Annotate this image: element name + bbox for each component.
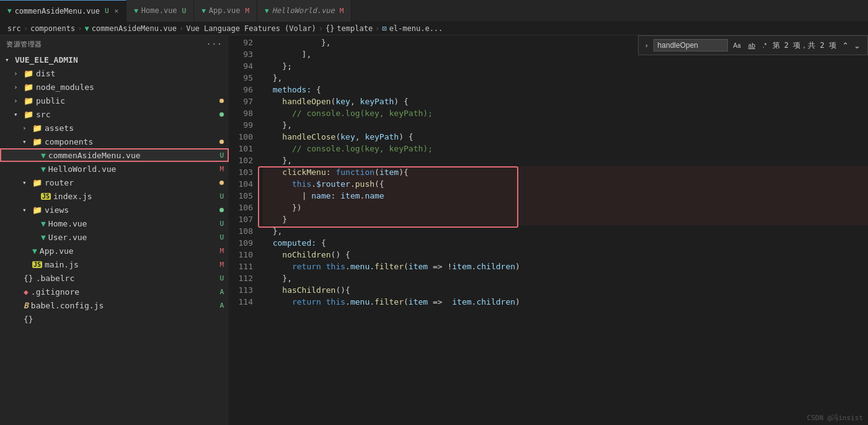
sidebar-item-label: .babelrc bbox=[36, 274, 229, 283]
watermark: CSDN @冯insist bbox=[807, 413, 863, 423]
tag-icon: ⊡ bbox=[382, 24, 386, 33]
vue-icon: ▼ bbox=[202, 7, 206, 15]
sidebar-item-helloworld[interactable]: ▼ HelloWorld.vue M bbox=[0, 162, 229, 176]
tab-App[interactable]: ▼ App.vue M bbox=[194, 0, 257, 22]
breadcrumb-components: components bbox=[30, 24, 75, 33]
close-icon[interactable]: ✕ bbox=[115, 7, 119, 15]
sidebar-item-extra[interactable]: {} bbox=[0, 312, 229, 326]
status-badge: A bbox=[219, 288, 224, 296]
status-badge: U bbox=[219, 233, 224, 241]
breadcrumb-volar: Vue Language Features (Volar) bbox=[186, 24, 316, 33]
sidebar-item-root[interactable]: ▾ VUE_ELE_ADMIN bbox=[0, 53, 229, 66]
folder-icon: 📁 bbox=[32, 123, 42, 133]
sidebar-item-label: main.js bbox=[45, 260, 229, 269]
sidebar-item-index-js[interactable]: JS index.js U bbox=[0, 189, 229, 203]
folder-icon: 📁 bbox=[24, 83, 33, 92]
find-next-button[interactable]: ⌄ bbox=[852, 41, 862, 50]
folder-icon: 📁 bbox=[24, 69, 33, 78]
status-badge bbox=[219, 181, 224, 185]
sidebar-item-label: index.js bbox=[53, 192, 229, 201]
line-numbers: 9293949596979899100101102103104105106107… bbox=[229, 35, 260, 425]
breadcrumb-file: commenAsideMenu.vue bbox=[92, 24, 177, 33]
tab-HelloWorld[interactable]: ▼ HelloWorld.vue M bbox=[257, 0, 352, 22]
extra-icon: {} bbox=[24, 315, 33, 324]
sidebar-item-label: components bbox=[45, 137, 229, 146]
whole-word-button[interactable]: ab bbox=[746, 42, 757, 50]
folder-icon: 📁 bbox=[32, 137, 42, 146]
chevron-right-icon: › bbox=[14, 97, 24, 105]
editor: › Aa ab .* 第 2 项，共 2 项 ⌃ ⌄ 9293949596979… bbox=[229, 35, 868, 425]
folder-icon: 📁 bbox=[24, 110, 33, 119]
sidebar-title: 资源管理器 bbox=[6, 40, 42, 49]
find-input[interactable] bbox=[653, 39, 728, 51]
sidebar-more-button[interactable]: ··· bbox=[206, 39, 223, 49]
tab-badge-m: M bbox=[245, 7, 249, 15]
sidebar-item-babel-config[interactable]: B babel.config.js A bbox=[0, 298, 229, 312]
status-badge: M bbox=[219, 165, 224, 173]
breadcrumb-template: template bbox=[337, 24, 373, 33]
find-expand-button[interactable]: › bbox=[644, 41, 650, 50]
find-navigation: ⌃ ⌄ bbox=[840, 41, 862, 50]
sidebar-item-babelrc[interactable]: {} .babelrc U bbox=[0, 271, 229, 285]
babel-icon: B bbox=[24, 301, 29, 310]
sidebar-item-label: dist bbox=[36, 69, 229, 78]
babelrc-icon: {} bbox=[24, 274, 33, 283]
status-badge: U bbox=[219, 220, 224, 228]
breadcrumb: src › components › ▼ commenAsideMenu.vue… bbox=[0, 22, 868, 35]
sidebar-item-public[interactable]: › 📁 public bbox=[0, 94, 229, 107]
sidebar-item-node-modules[interactable]: › 📁 node_modules bbox=[0, 80, 229, 94]
status-badge: U bbox=[219, 274, 224, 282]
chevron-right-icon: › bbox=[14, 69, 24, 78]
tab-badge-u: U bbox=[182, 7, 187, 15]
sidebar-item-main-js[interactable]: JS main.js M bbox=[0, 257, 229, 271]
root-label: VUE_ELE_ADMIN bbox=[15, 55, 78, 65]
sidebar-item-commenAside[interactable]: ▼ commenAsideMenu.vue U bbox=[0, 148, 229, 162]
sidebar-item-gitignore[interactable]: ◆ .gitignore A bbox=[0, 285, 229, 298]
sidebar-item-label: src bbox=[36, 110, 229, 119]
chevron-down-icon: ▾ bbox=[22, 138, 32, 146]
gitignore-icon: ◆ bbox=[24, 287, 29, 297]
chevron-down-icon: ▾ bbox=[22, 206, 32, 214]
sidebar-item-label: babel.config.js bbox=[31, 301, 229, 310]
folder-icon: 📁 bbox=[24, 96, 33, 105]
status-badge bbox=[219, 208, 224, 212]
status-badge: M bbox=[219, 247, 224, 255]
tab-label: Home.vue bbox=[141, 6, 177, 15]
vue-icon: ▼ bbox=[41, 151, 46, 160]
tab-label: commenAsideMenu.vue bbox=[15, 7, 100, 16]
status-badge: M bbox=[219, 261, 224, 269]
chevron-right-icon: › bbox=[14, 83, 24, 91]
sidebar-item-label: Home.vue bbox=[48, 219, 229, 228]
status-badge bbox=[219, 140, 224, 144]
find-prev-button[interactable]: ⌃ bbox=[840, 41, 851, 50]
sidebar-item-dist[interactable]: › 📁 dist bbox=[0, 66, 229, 80]
sidebar: 资源管理器 ··· ▾ VUE_ELE_ADMIN › 📁 dist › 📁 n… bbox=[0, 35, 229, 425]
sidebar-item-src[interactable]: ▾ 📁 src bbox=[0, 107, 229, 121]
sidebar-item-home-vue[interactable]: ▼ Home.vue U bbox=[0, 217, 229, 230]
tab-commenAsideMenu[interactable]: ▼ commenAsideMenu.vue U ✕ bbox=[0, 0, 126, 22]
vue-icon: ▼ bbox=[41, 219, 46, 228]
sidebar-item-components[interactable]: ▾ 📁 components bbox=[0, 135, 229, 148]
sidebar-item-user-vue[interactable]: ▼ User.vue U bbox=[0, 230, 229, 244]
sidebar-item-assets[interactable]: › 📁 assets bbox=[0, 121, 229, 135]
status-badge bbox=[219, 99, 224, 103]
sidebar-item-label: node_modules bbox=[36, 83, 229, 92]
tab-badge-u: U bbox=[105, 7, 109, 15]
sidebar-item-label: router bbox=[45, 178, 229, 187]
main-content: 资源管理器 ··· ▾ VUE_ELE_ADMIN › 📁 dist › 📁 n… bbox=[0, 35, 868, 425]
sidebar-item-label: assets bbox=[45, 123, 229, 133]
sidebar-item-views[interactable]: ▾ 📁 views bbox=[0, 203, 229, 217]
chevron-down-icon: ▾ bbox=[22, 179, 32, 187]
sidebar-item-label: User.vue bbox=[48, 233, 229, 242]
js-icon: JS bbox=[32, 261, 42, 268]
sidebar-item-app-vue[interactable]: ▼ App.vue M bbox=[0, 244, 229, 257]
sidebar-item-label: commenAsideMenu.vue bbox=[48, 151, 229, 160]
status-badge bbox=[219, 112, 224, 117]
tab-Home[interactable]: ▼ Home.vue U bbox=[126, 0, 194, 22]
case-sensitive-button[interactable]: Aa bbox=[732, 42, 743, 50]
status-badge: U bbox=[219, 192, 224, 200]
folder-icon: 📁 bbox=[32, 205, 42, 215]
sidebar-item-router[interactable]: ▾ 📁 router bbox=[0, 176, 229, 189]
regex-button[interactable]: .* bbox=[761, 42, 769, 50]
vue-icon: ▼ bbox=[7, 7, 12, 15]
